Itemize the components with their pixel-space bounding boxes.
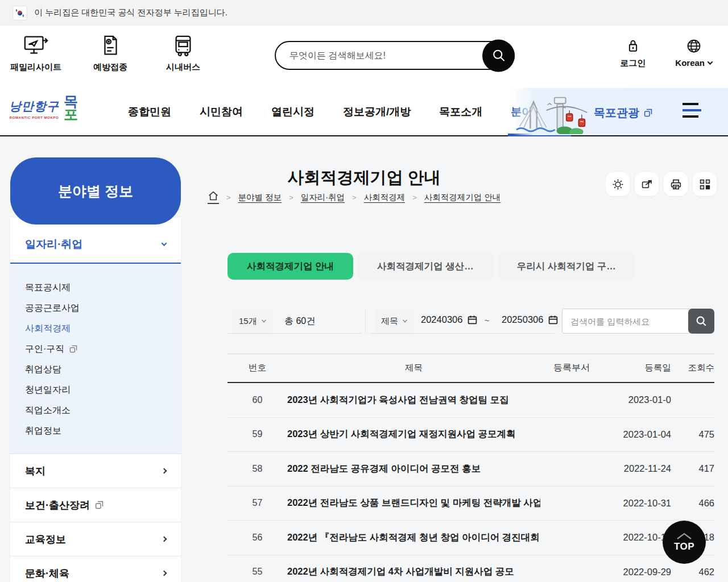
- logo-script-text: 낭만항구: [9, 98, 59, 114]
- home-icon[interactable]: [208, 191, 219, 204]
- sidebar-submenu-item[interactable]: 공공근로사업: [10, 298, 181, 318]
- external-link-icon: [643, 108, 653, 118]
- breadcrumb-link[interactable]: 사회적경제: [364, 192, 406, 203]
- row-views: 462: [671, 567, 714, 577]
- page-size-select[interactable]: 15개: [232, 310, 272, 332]
- search-field-select[interactable]: 제목: [374, 310, 413, 332]
- login-label: 로그인: [620, 58, 646, 69]
- mokpo-logo[interactable]: 낭만항구 ROMANTIC PORT MOKPO 목 포: [9, 95, 78, 121]
- board-rows: 60 2023년 사회적기업가 육성사업 전남권역 창업팀 모집 2023-01…: [228, 383, 714, 582]
- share-icon: [640, 178, 653, 191]
- sidebar-section[interactable]: 문화·체육: [10, 556, 181, 582]
- login-button[interactable]: 로그인: [620, 38, 646, 69]
- main-navbar: 낭만항구 ROMANTIC PORT MOKPO 목 포 종합민원 시민참여 열…: [0, 88, 728, 136]
- column-header-title: 제목: [287, 362, 540, 374]
- breadcrumb-link[interactable]: 분야별 정보: [238, 192, 282, 203]
- breadcrumb-link[interactable]: 일자리·취업: [301, 192, 345, 203]
- row-date: 2022-10-31: [603, 498, 671, 509]
- table-row[interactable]: 55 2022년 사회적경제기업 4차 사업개발비 지원사업 공모 2022-0…: [228, 555, 714, 582]
- sidebar-submenu-item[interactable]: 구인·구직: [10, 339, 181, 359]
- quick-link-vaccination[interactable]: 예방접종: [86, 34, 134, 73]
- bus-icon: [171, 34, 195, 57]
- search-icon: [695, 315, 708, 327]
- sidebar-submenu-item[interactable]: 취업상담: [10, 359, 181, 380]
- chevron-up-icon: [676, 532, 693, 540]
- quick-links: 패밀리사이트 예방접종: [10, 34, 207, 73]
- breadcrumb-separator: >: [289, 193, 293, 202]
- chevron-right-icon: [162, 571, 167, 576]
- scroll-to-top-button[interactable]: TOP: [663, 521, 706, 564]
- date-from-input[interactable]: 20240306: [421, 314, 478, 325]
- bridge-cablecar-illustration: [515, 91, 590, 134]
- sidebar-submenu-item[interactable]: 직업소개소: [10, 400, 181, 421]
- nav-item[interactable]: 시민참여: [185, 88, 257, 135]
- sidebar-submenu-item[interactable]: 목표공시제: [10, 277, 181, 298]
- language-label: Korean: [675, 58, 712, 68]
- row-title-link[interactable]: 2023년 상반기 사회적경제기업 재정지원사업 공모계획: [287, 428, 540, 440]
- date-to-input[interactable]: 20250306: [502, 314, 559, 325]
- chevron-right-icon: [162, 537, 167, 542]
- sidebar-section[interactable]: 교육정보: [10, 522, 181, 556]
- row-number: 60: [228, 395, 287, 405]
- table-row[interactable]: 58 2022 전라남도 공유경제 아이디어 공모전 홍보 2022-11-24…: [228, 452, 714, 487]
- gov-banner: 이 누리집은 대한민국 공식 전자정부 누리집입니다.: [0, 0, 728, 26]
- keyword-search-input[interactable]: [562, 309, 692, 334]
- row-number: 58: [228, 464, 287, 474]
- quick-link-citybus[interactable]: 시내버스: [159, 34, 207, 73]
- header-search-button[interactable]: [482, 39, 515, 72]
- row-title-link[interactable]: 2022년 『전라남도 사회적경제 청년 창업 아이디어 경진대회 ..: [287, 531, 540, 544]
- quick-link-label: 시내버스: [166, 62, 200, 73]
- mokpo-tour-link[interactable]: 목포관광: [594, 105, 653, 120]
- logo-subtitle: ROMANTIC PORT MOKPO: [10, 116, 59, 119]
- chevron-down-icon: [708, 59, 713, 65]
- breadcrumb-link[interactable]: 사회적경제기업 안내: [424, 192, 501, 203]
- row-date: 2023-01-04: [603, 429, 671, 440]
- breadcrumb: > 분야별 정보 > 일자리·취업 > 사회적경제 > 사회적경제기업 안내: [208, 191, 500, 204]
- header-search-input[interactable]: [276, 51, 514, 61]
- nav-item[interactable]: 열린시정: [257, 88, 329, 135]
- calendar-icon: [467, 314, 478, 325]
- table-row[interactable]: 59 2023년 상반기 사회적경제기업 재정지원사업 공모계획 2023-01…: [228, 418, 714, 452]
- table-row[interactable]: 56 2022년 『전라남도 사회적경제 청년 창업 아이디어 경진대회 .. …: [228, 521, 714, 555]
- sidebar-section[interactable]: 보건·출산장려: [10, 488, 181, 522]
- nav-item[interactable]: 정보공개/개방: [329, 88, 425, 135]
- row-title-link[interactable]: 2022년 전라남도 상품 브랜드디자인 및 마케팅 전략개발 사업 ..: [287, 497, 540, 509]
- filter-search-button[interactable]: [688, 309, 714, 334]
- nav-item[interactable]: 목포소개: [425, 88, 497, 135]
- table-row[interactable]: 57 2022년 전라남도 상품 브랜드디자인 및 마케팅 전략개발 사업 ..…: [228, 487, 714, 521]
- board-tab[interactable]: 우리시 사회적기업 구…: [498, 253, 635, 280]
- column-header-dept: 등록부서: [540, 362, 603, 374]
- table-row[interactable]: 60 2023년 사회적기업가 육성사업 전남권역 창업팀 모집 2023-01…: [228, 383, 714, 418]
- board-table: 번호 제목 등록부서 등록일 조회수 60 2023년 사회적기업가 육성사업 …: [228, 354, 714, 582]
- row-title-link[interactable]: 2022년 사회적경제기업 4차 사업개발비 지원사업 공모: [287, 566, 540, 578]
- row-views: 466: [671, 498, 714, 509]
- sidebar-submenu-item[interactable]: 취업정보: [10, 421, 181, 441]
- gov-banner-text: 이 누리집은 대한민국 공식 전자정부 누리집입니다.: [34, 7, 228, 18]
- gear-icon: [611, 178, 624, 191]
- hamburger-menu-icon[interactable]: [682, 103, 702, 120]
- chevron-down-icon: [162, 240, 167, 246]
- board-tabs: 사회적경제기업 안내 사회적경제기업 생산… 우리시 사회적기업 구…: [228, 253, 635, 280]
- row-title-link[interactable]: 2023년 사회적기업가 육성사업 전남권역 창업팀 모집: [287, 394, 540, 406]
- qr-code-button[interactable]: [693, 172, 717, 196]
- board-tab[interactable]: 사회적경제기업 생산…: [358, 253, 493, 280]
- sidebar-submenu-item[interactable]: 청년일자리: [10, 380, 181, 400]
- row-title-link[interactable]: 2022 전라남도 공유경제 아이디어 공모전 홍보: [287, 463, 540, 475]
- settings-button[interactable]: [606, 172, 630, 196]
- row-views: 417: [671, 463, 714, 474]
- calendar-icon: [548, 314, 559, 325]
- sidebar-section[interactable]: 복지: [10, 454, 181, 488]
- share-button[interactable]: [635, 172, 659, 196]
- sidebar-submenu-item[interactable]: 사회적경제: [10, 318, 181, 339]
- breadcrumb-separator: >: [412, 193, 417, 202]
- vaccination-document-icon: [98, 34, 122, 57]
- row-date: 2023-01-0: [603, 394, 671, 405]
- row-number: 56: [228, 533, 287, 543]
- nav-item[interactable]: 종합민원: [114, 88, 185, 135]
- row-date: 2022-10-13: [603, 532, 671, 543]
- board-tab[interactable]: 사회적경제기업 안내: [228, 253, 353, 280]
- sidebar-group-jobs[interactable]: 일자리·취업: [10, 218, 181, 264]
- quick-link-familysite[interactable]: 패밀리사이트: [10, 34, 61, 73]
- language-selector[interactable]: Korean: [675, 38, 712, 69]
- print-button[interactable]: [664, 172, 688, 196]
